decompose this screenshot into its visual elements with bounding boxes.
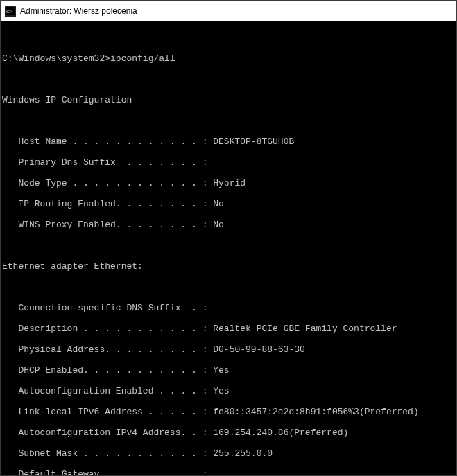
field-physical-address: Physical Address. . . . . . . . . : D0-5… <box>1 344 456 355</box>
value: Yes <box>213 365 229 376</box>
field-conn-suffix: Connection-specific DNS Suffix . : <box>1 303 456 313</box>
value: No <box>213 199 224 209</box>
command-text: ipconfig/all <box>110 53 175 64</box>
label: Default Gateway . . . . . . . . . : <box>2 469 207 475</box>
label: WINS Proxy Enabled. . . . . . . . : <box>2 220 213 230</box>
value: D0-50-99-88-63-30 <box>213 344 305 355</box>
field-autoconfig-enabled: Autoconfiguration Enabled . . . . : Yes <box>1 386 456 396</box>
prompt-path: C:\Windows\system32> <box>2 53 110 64</box>
value: 169.254.240.86(Preferred) <box>213 427 348 438</box>
titlebar[interactable]: C:\ Administrator: Wiersz polecenia <box>1 1 456 21</box>
window-title: Administrator: Wiersz polecenia <box>20 6 137 16</box>
blank-line <box>1 240 456 251</box>
label: Node Type . . . . . . . . . . . . : <box>2 178 213 188</box>
field-default-gateway: Default Gateway . . . . . . . . . : <box>1 469 456 475</box>
field-subnet-mask: Subnet Mask . . . . . . . . . . . : 255.… <box>1 448 456 459</box>
field-host-name: Host Name . . . . . . . . . . . . : DESK… <box>1 136 456 147</box>
label: Link-local IPv6 Address . . . . . : <box>2 407 213 417</box>
field-ip-routing: IP Routing Enabled. . . . . . . . : No <box>1 199 456 209</box>
label: Autoconfiguration IPv4 Address. . : <box>2 427 213 438</box>
value: Yes <box>213 386 229 396</box>
heading-ethernet-adapter: Ethernet adapter Ethernet: <box>1 261 456 272</box>
value: Realtek PCIe GBE Family Controller <box>213 324 397 334</box>
value: Hybrid <box>213 178 245 188</box>
field-link-local-ipv6: Link-local IPv6 Address . . . . . : fe80… <box>1 407 456 417</box>
blank-line <box>1 282 456 292</box>
heading-ip-configuration: Windows IP Configuration <box>1 95 456 105</box>
blank-line <box>1 74 456 85</box>
field-node-type: Node Type . . . . . . . . . . . . : Hybr… <box>1 178 456 188</box>
svg-text:C:\: C:\ <box>6 9 12 15</box>
field-autoconf-ipv4: Autoconfiguration IPv4 Address. . : 169.… <box>1 427 456 438</box>
value: 255.255.0.0 <box>213 448 273 459</box>
value: No <box>213 220 224 230</box>
label: Host Name . . . . . . . . . . . . : <box>2 136 213 147</box>
field-description: Description . . . . . . . . . . . : Real… <box>1 324 456 334</box>
label: DHCP Enabled. . . . . . . . . . . : <box>2 365 213 376</box>
label: Autoconfiguration Enabled . . . . : <box>2 386 213 396</box>
value: DESKTOP-8TGUH0B <box>213 136 294 147</box>
field-primary-dns-suffix: Primary Dns Suffix . . . . . . . : <box>1 157 456 168</box>
label: Description . . . . . . . . . . . : <box>2 324 213 334</box>
label: Physical Address. . . . . . . . . : <box>2 344 213 355</box>
blank-line <box>1 33 456 43</box>
label: IP Routing Enabled. . . . . . . . : <box>2 199 213 209</box>
field-dhcp-enabled: DHCP Enabled. . . . . . . . . . . : Yes <box>1 365 456 376</box>
field-wins-proxy: WINS Proxy Enabled. . . . . . . . : No <box>1 220 456 230</box>
blank-line <box>1 116 456 126</box>
terminal-output[interactable]: C:\Windows\system32>ipconfig/all Windows… <box>1 21 456 475</box>
prompt-line: C:\Windows\system32>ipconfig/all <box>1 53 456 64</box>
cmd-window: C:\ Administrator: Wiersz polecenia C:\W… <box>0 0 457 476</box>
label: Connection-specific DNS Suffix . : <box>2 303 207 313</box>
cmd-icon: C:\ <box>5 6 16 17</box>
label: Primary Dns Suffix . . . . . . . : <box>2 157 207 168</box>
value: fe80::3457:2c2d:8b91:f056%3(Preferred) <box>213 407 418 417</box>
label: Subnet Mask . . . . . . . . . . . : <box>2 448 213 459</box>
